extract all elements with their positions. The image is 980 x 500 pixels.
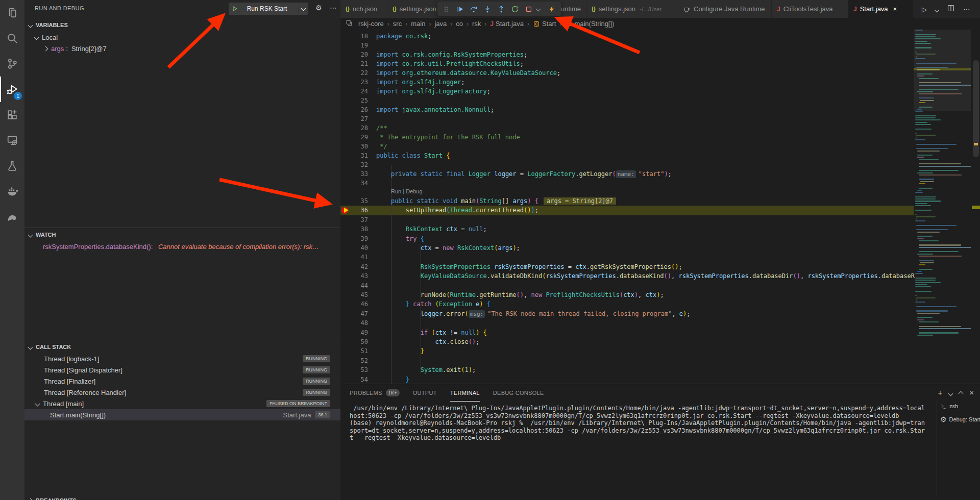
run-file-icon[interactable]: ▷: [922, 5, 927, 13]
stack-frame-row[interactable]: Start.main(String[])Start.java36:1: [24, 409, 340, 420]
code-token: public static void: [391, 197, 461, 205]
terminal-list-item-zsh[interactable]: zsh: [937, 399, 980, 413]
call-stack-thread-row[interactable]: Thread [Finalizer]RUNNING: [24, 376, 340, 387]
code-token: .: [446, 338, 450, 345]
minimap-line: [919, 240, 939, 241]
continue-icon[interactable]: [454, 4, 465, 15]
code-token: ctx: [446, 226, 457, 233]
maximize-panel-icon[interactable]: [959, 389, 963, 397]
call-stack-section-header[interactable]: CALL STACK: [24, 341, 340, 353]
panel-tab-problems[interactable]: PROBLEMS1K+: [350, 385, 400, 402]
overview-ruler[interactable]: [972, 30, 980, 384]
chevron-down-icon[interactable]: [949, 389, 952, 397]
minimap-line: [915, 119, 941, 120]
breadcrumb-item[interactable]: main: [411, 20, 425, 28]
code-token: ctx: [421, 244, 432, 252]
breadcrumb-item[interactable]: src: [393, 20, 402, 28]
code-token: ;: [535, 207, 538, 214]
minimap-line: [917, 232, 940, 233]
breadcrumb-item[interactable]: JStart.java: [490, 20, 524, 28]
breadcrumb-item[interactable]: main(String[]): [565, 20, 614, 28]
activity-item-source-control[interactable]: [0, 51, 24, 77]
java-file-icon: J: [853, 6, 857, 13]
code-token: [376, 244, 421, 252]
breadcrumb-item[interactable]: Start: [533, 20, 556, 28]
activity-item-extensions[interactable]: [0, 102, 24, 128]
activity-item-remote-explorer[interactable]: [0, 128, 24, 153]
tab-start-java[interactable]: JStart.java×: [848, 0, 914, 18]
breadcrumb-separator: ›: [387, 20, 389, 28]
breadcrumb-item[interactable]: java: [434, 20, 447, 28]
panel-tab-output[interactable]: OUTPUT: [413, 385, 437, 402]
step-over-icon[interactable]: [468, 4, 479, 15]
minimap-line: [919, 326, 961, 327]
tab-configure-java-runtime[interactable]: Configure Java Runtime: [677, 0, 772, 18]
code-line: setUpThread(Thread.currentThread());: [376, 206, 538, 215]
step-into-icon[interactable]: [482, 4, 493, 15]
tab-clitoolstest-java[interactable]: JCliToolsTest.java: [772, 0, 848, 18]
activity-item-search[interactable]: [0, 26, 24, 51]
call-stack-thread-row[interactable]: Thread [Signal Dispatcher]RUNNING: [24, 364, 340, 376]
breadcrumb-item[interactable]: rsk: [472, 20, 481, 28]
activity-item-testing[interactable]: [0, 153, 24, 179]
chevron-down-icon[interactable]: [301, 6, 306, 11]
more-actions-icon[interactable]: ⋯: [963, 5, 970, 13]
gear-icon[interactable]: ⚙: [315, 4, 322, 12]
code-token: currentThread: [476, 207, 524, 214]
activity-item-files[interactable]: [0, 0, 24, 26]
watch-section-header[interactable]: WATCH: [24, 229, 340, 240]
terminal-list-label: Debug: Start: [949, 416, 980, 422]
breadcrumb-item[interactable]: co: [456, 20, 463, 28]
step-out-icon[interactable]: [496, 4, 507, 15]
code-token: "The RSK node main thread failed, closin…: [487, 310, 672, 317]
launch-config-button[interactable]: Run RSK Start: [229, 3, 308, 15]
terminal-list-item-debugstart[interactable]: ⚙Debug: Start: [937, 413, 980, 426]
chevron-down-icon[interactable]: [533, 4, 544, 15]
restart-icon[interactable]: [509, 4, 521, 15]
variables-scope-local[interactable]: Local: [24, 32, 340, 43]
close-icon[interactable]: ×: [893, 5, 897, 13]
terminal-list-label: zsh: [949, 403, 958, 409]
call-stack-thread-row[interactable]: Thread [main]PAUSED ON BREAKPOINT: [24, 398, 340, 409]
breakpoints-section-header[interactable]: BREAKPOINTS: [24, 495, 340, 500]
code-token: ): [479, 301, 483, 308]
watch-expression-row[interactable]: rskSystemProperties.databaseKind(): Cann…: [24, 241, 340, 252]
activity-item-docker[interactable]: [0, 179, 24, 204]
new-terminal-icon[interactable]: +: [938, 388, 942, 397]
more-actions-icon[interactable]: ⋯: [330, 4, 337, 12]
code-token: [376, 301, 406, 308]
code-line: try {: [376, 234, 424, 243]
pages-icon[interactable]: [346, 19, 353, 28]
code-token: ): [664, 170, 668, 178]
breadcrumb-item[interactable]: rskj-core: [358, 20, 384, 28]
files-icon: [6, 7, 18, 19]
call-stack-thread-row[interactable]: Thread [Reference Handler]RUNNING: [24, 387, 340, 398]
variable-row[interactable]: args:String[2]@7: [24, 43, 340, 54]
codelens-run-debug[interactable]: Run | Debug: [391, 188, 423, 194]
activity-item-run-debug[interactable]: 1: [0, 77, 24, 102]
code-token: ,: [638, 291, 645, 298]
chevron-down-icon[interactable]: [935, 5, 939, 13]
code-token: RskContext: [406, 226, 446, 233]
code-token: [376, 272, 421, 280]
call-stack-thread-row[interactable]: Thread [logback-1]RUNNING: [24, 353, 340, 364]
thread-status-badge: RUNNING: [303, 389, 330, 396]
line-number: 30: [347, 142, 368, 151]
panel-tab-debug-console[interactable]: DEBUG CONSOLE: [493, 385, 544, 402]
java-file-icon: J: [490, 20, 494, 28]
variables-section-header[interactable]: VARIABLES: [24, 19, 340, 31]
gripper-icon: [440, 4, 452, 15]
panel-tab-terminal[interactable]: TERMINAL: [450, 385, 480, 402]
close-panel-icon[interactable]: ×: [969, 388, 974, 397]
tab-nch-json[interactable]: {}nch.json: [340, 0, 387, 18]
split-editor-icon[interactable]: [947, 4, 955, 14]
hot-code-replace-icon[interactable]: [546, 4, 557, 15]
minimap-line: [917, 157, 924, 158]
tab-settings-json[interactable]: {}settings.json~/.../User: [586, 0, 677, 18]
code-token: Thread: [450, 207, 472, 214]
minimap-slider[interactable]: [914, 30, 971, 111]
activity-item-gradle[interactable]: [0, 204, 24, 230]
minimap[interactable]: [914, 30, 971, 356]
minimap-line: [915, 295, 917, 296]
code-editor[interactable]: Run | Debug18package co.rsk;1920import c…: [340, 30, 980, 384]
